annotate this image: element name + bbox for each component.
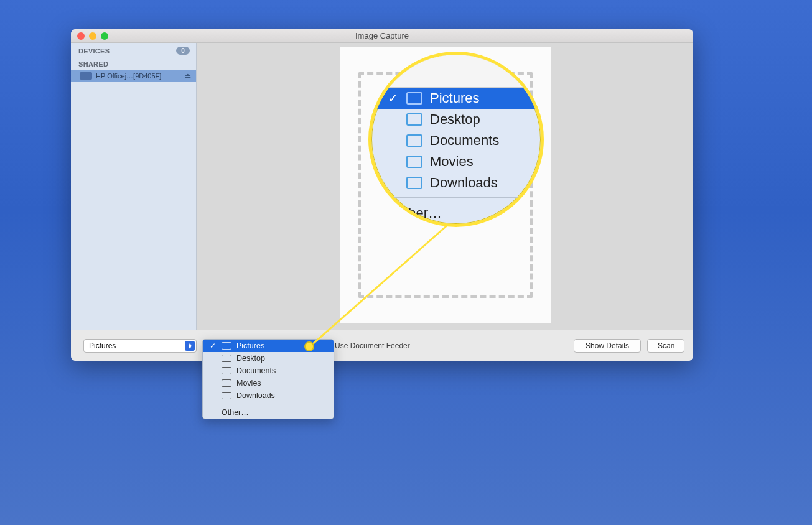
printer-icon [80,72,92,80]
menu-item-documents[interactable]: Documents [203,365,334,377]
magnifier-item-movies: Movies [371,151,541,172]
destination-select[interactable]: Pictures ▴▾ [83,339,197,353]
menu-item-downloads[interactable]: Downloads [203,389,334,402]
folder-icon [222,392,231,399]
menu-item-other[interactable]: Other… [203,406,334,419]
destination-dropdown-menu[interactable]: ✓ Pictures Desktop Documents Movies Down… [202,339,334,419]
magnifier-circle: ✓ Pictures Desktop Documents Movies Down… [368,52,544,227]
bottom-toolbar: Pictures ▴▾ US Letter ▴▾ Use Document Fe… [71,330,693,361]
menu-separator [203,404,334,404]
folder-icon [406,134,422,147]
destination-selected-label: Pictures [89,341,116,350]
menu-item-label: Movies [236,379,261,388]
magnifier-item-pictures: ✓ Pictures [371,88,541,109]
folder-icon [406,177,422,189]
menu-item-desktop[interactable]: Desktop [203,352,334,365]
folder-icon [222,342,231,350]
folder-icon [406,156,422,168]
feeder-checkbox-label: Use Document Feeder [335,341,410,350]
magnifier-callout: ✓ Pictures Desktop Documents Movies Down… [368,52,544,227]
checkmark-icon: ✓ [388,91,399,106]
folder-icon [406,92,422,105]
menu-item-label: Documents [236,366,276,375]
folder-icon [222,355,231,362]
folder-icon [222,367,231,374]
menu-item-movies[interactable]: Movies [203,377,334,389]
devices-count-badge: 0 [176,47,190,55]
titlebar[interactable]: Image Capture [71,29,693,43]
devices-heading: DEVICES 0 [71,43,196,57]
folder-icon [222,379,231,387]
destination-select-button[interactable]: Pictures ▴▾ [83,339,197,353]
magnifier-item-desktop: Desktop [371,109,541,130]
use-document-feeder-checkbox[interactable]: Use Document Feeder [322,341,410,350]
scan-button[interactable]: Scan [647,339,684,353]
menu-item-label: Other… [222,408,249,417]
shared-label: SHARED [78,60,108,68]
menu-item-label: Pictures [236,341,264,350]
shared-device-label: HP Officej…[9D405F] [96,72,161,80]
magnifier-item-documents: Documents [371,130,541,151]
menu-item-label: Downloads [236,391,275,400]
shared-device-item[interactable]: HP Officej…[9D405F] ⏏ [71,70,196,82]
callout-anchor-dot [304,341,314,351]
eject-icon[interactable]: ⏏ [184,72,191,80]
folder-icon [406,113,422,126]
window-title: Image Capture [71,31,693,40]
show-details-button[interactable]: Show Details [574,339,641,353]
checkmark-icon: ✓ [209,341,217,350]
shared-heading: SHARED [71,57,196,70]
chevron-updown-icon: ▴▾ [185,341,195,351]
devices-label: DEVICES [78,47,110,55]
magnifier-item-other: Other… [371,202,541,227]
magnifier-item-downloads: Downloads [371,172,541,193]
menu-item-label: Desktop [236,354,265,363]
sidebar: DEVICES 0 SHARED HP Officej…[9D405F] ⏏ [71,43,197,330]
